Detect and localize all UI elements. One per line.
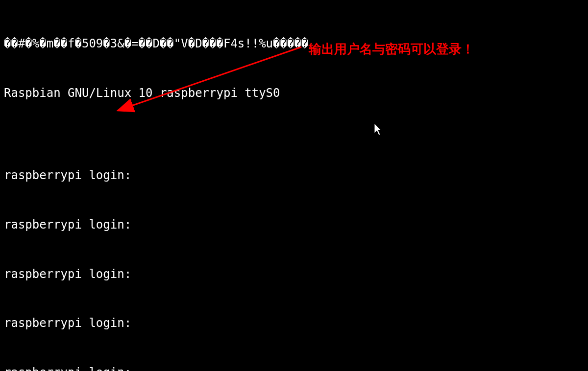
terminal-line: raspberrypi login: (4, 167, 584, 184)
terminal-line: Raspbian GNU/Linux 10 raspberrypi ttyS0 (4, 85, 584, 102)
terminal-line: ��#�%�m��f�509�3&�=��D��"V�D���F4s!!%u��… (4, 36, 584, 52)
terminal-line: raspberrypi login: (4, 315, 584, 332)
annotation-label: 输出用户名与密码可以登录！ (309, 40, 474, 58)
terminal-line: raspberrypi login: (4, 217, 584, 233)
terminal-line: raspberrypi login: (4, 365, 584, 371)
terminal-line: raspberrypi login: (4, 266, 584, 283)
terminal-output[interactable]: ��#�%�m��f�509�3&�=��D��"V�D���F4s!!%u��… (0, 0, 588, 371)
mouse-cursor-icon (373, 122, 383, 136)
